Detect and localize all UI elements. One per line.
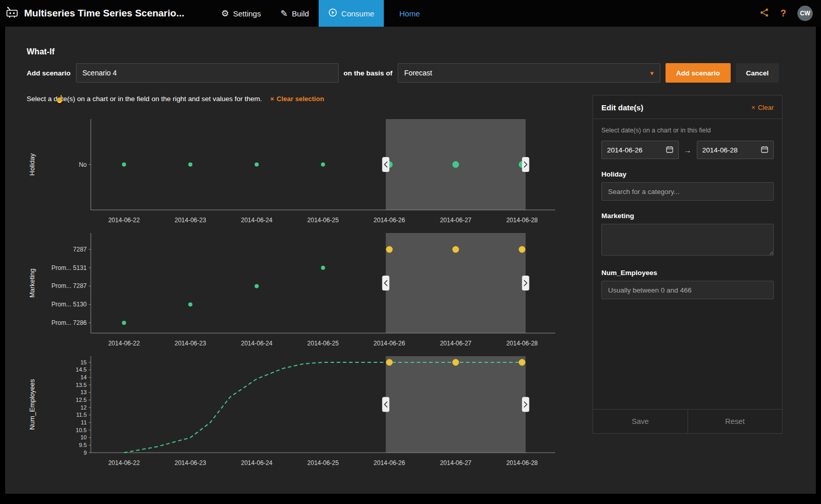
data-point[interactable] (453, 359, 459, 366)
svg-text:11.5: 11.5 (76, 412, 87, 418)
svg-text:12: 12 (81, 404, 87, 411)
data-point[interactable] (519, 246, 525, 253)
calendar-icon (761, 146, 768, 154)
data-point[interactable] (321, 266, 325, 270)
svg-text:9.5: 9.5 (79, 442, 87, 448)
svg-text:No: No (79, 161, 87, 168)
add-scenario-row: Add scenario on the basis of Forecast ▾ … (27, 63, 816, 83)
holiday-field-label: Holiday (601, 170, 774, 178)
cancel-button[interactable]: Cancel (736, 63, 779, 83)
navbar-left: Multiseries Time Series Scenario... (0, 7, 211, 21)
svg-text:2014-06-27: 2014-06-27 (440, 217, 472, 224)
tab-consume-label: Consume (341, 9, 374, 18)
svg-text:2014-06-22: 2014-06-22 (108, 217, 140, 224)
svg-text:Prom... 5131: Prom... 5131 (51, 264, 87, 272)
selection-handle-left[interactable] (382, 276, 389, 290)
svg-text:2014-06-24: 2014-06-24 (241, 459, 273, 467)
navbar-right: ? CW (759, 6, 821, 21)
save-button[interactable]: Save (593, 410, 688, 433)
data-point[interactable] (453, 161, 459, 168)
svg-text:13: 13 (81, 389, 87, 395)
data-point[interactable] (255, 284, 259, 288)
help-icon[interactable]: ? (780, 8, 786, 19)
svg-text:Num_Employees: Num_Employees (28, 379, 36, 430)
selection-handle-right[interactable] (522, 157, 529, 172)
data-point[interactable] (188, 302, 192, 306)
selection-band[interactable] (386, 356, 526, 453)
data-point[interactable] (321, 163, 325, 167)
edit-dates-title: Edit date(s) (601, 103, 643, 112)
svg-text:2014-06-23: 2014-06-23 (174, 217, 206, 224)
date-from-value: 2014-06-26 (607, 146, 642, 154)
svg-text:9: 9 (84, 450, 87, 456)
svg-text:2014-06-22: 2014-06-22 (108, 459, 140, 467)
arrow-right-icon: → (684, 146, 692, 154)
edit-dates-footer: Save Reset (593, 409, 782, 433)
svg-text:10: 10 (81, 434, 87, 440)
share-icon[interactable] (759, 8, 769, 20)
edit-dates-hint: Select date(s) on a chart or in this fie… (601, 127, 774, 134)
selection-handle-left[interactable] (382, 397, 389, 412)
mouse-cursor: ☝ (55, 94, 65, 104)
data-point[interactable] (122, 321, 126, 325)
data-point[interactable] (122, 163, 126, 167)
svg-text:2014-06-25: 2014-06-25 (307, 459, 339, 467)
svg-text:2014-06-28: 2014-06-28 (506, 217, 538, 224)
nav-home-link[interactable]: Home (384, 9, 435, 18)
tab-consume[interactable]: Consume (319, 0, 384, 27)
num-employees-field-label: Num_Employees (601, 269, 774, 277)
svg-text:2014-06-25: 2014-06-25 (307, 340, 339, 347)
num-employees-input[interactable] (601, 281, 774, 299)
whatif-heading: What-If (27, 47, 816, 56)
edit-dates-panel: Edit date(s) × Clear Select date(s) on a… (593, 95, 783, 434)
date-from-input[interactable]: 2014-06-26 (601, 141, 679, 159)
data-point[interactable] (188, 163, 192, 167)
add-scenario-button[interactable]: Add scenario (666, 63, 731, 83)
scenario-name-input[interactable] (76, 63, 339, 83)
navbar: Multiseries Time Series Scenario... ⚙ Se… (0, 0, 821, 27)
svg-text:Prom... 5130: Prom... 5130 (51, 301, 87, 308)
tab-settings-label: Settings (233, 9, 261, 18)
svg-text:7287: 7287 (73, 246, 87, 253)
content-card: What-If Add scenario on the basis of For… (5, 27, 816, 494)
svg-text:11: 11 (81, 419, 87, 425)
gear-icon: ⚙ (221, 9, 229, 18)
basis-select-value: Forecast (404, 69, 432, 77)
svg-text:2014-06-28: 2014-06-28 (506, 459, 538, 467)
avatar[interactable]: CW (797, 6, 813, 21)
app-title: Multiseries Time Series Scenario... (24, 8, 184, 19)
svg-text:14: 14 (81, 374, 87, 380)
selection-handle-right[interactable] (522, 397, 529, 412)
pencil-icon: ✎ (280, 9, 287, 18)
edit-dates-header: Edit date(s) × Clear (593, 95, 782, 119)
data-point[interactable] (386, 246, 393, 253)
date-to-input[interactable]: 2014-06-28 (697, 141, 774, 159)
clear-dates-label: Clear (758, 104, 774, 111)
clear-selection-link[interactable]: × Clear selection (270, 95, 324, 103)
add-scenario-label: Add scenario (27, 69, 71, 77)
close-icon: × (270, 95, 275, 103)
svg-text:2014-06-24: 2014-06-24 (241, 217, 273, 224)
chevron-down-icon: ▾ (650, 69, 654, 77)
marketing-field-label: Marketing (601, 212, 774, 220)
tab-settings[interactable]: ⚙ Settings (211, 0, 270, 27)
data-point[interactable] (255, 163, 259, 167)
tab-build[interactable]: ✎ Build (270, 0, 319, 27)
clear-dates-link[interactable]: × Clear (751, 104, 774, 111)
marketing-textarea[interactable] (601, 224, 774, 256)
close-icon: × (751, 104, 755, 111)
clear-selection-label: Clear selection (277, 95, 324, 103)
svg-text:Prom... 7286: Prom... 7286 (51, 319, 87, 326)
date-range-row: 2014-06-26 → 2014-06-28 (601, 141, 774, 159)
selection-handle-left[interactable] (382, 157, 389, 172)
svg-text:Holiday: Holiday (28, 153, 36, 176)
data-point[interactable] (519, 359, 525, 366)
holiday-input[interactable] (601, 182, 774, 201)
data-point[interactable] (453, 246, 459, 253)
basis-select[interactable]: Forecast ▾ (398, 63, 660, 83)
data-point[interactable] (386, 359, 393, 366)
svg-text:14.5: 14.5 (76, 366, 87, 373)
selection-handle-right[interactable] (522, 276, 529, 290)
reset-button[interactable]: Reset (688, 410, 783, 433)
svg-text:2014-06-24: 2014-06-24 (241, 340, 273, 347)
